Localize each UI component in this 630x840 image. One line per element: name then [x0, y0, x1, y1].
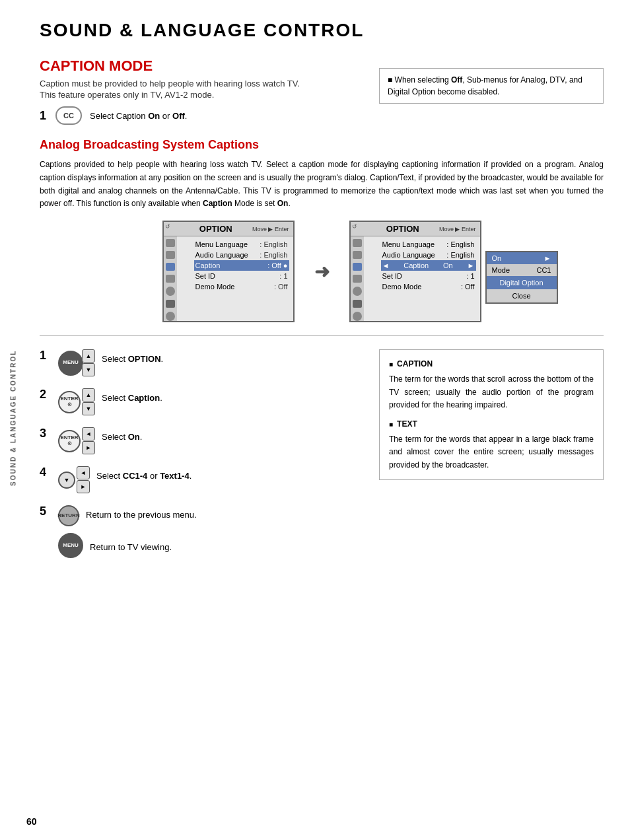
step1-nav: ▲ ▼: [82, 349, 95, 376]
popup-arrow: ►: [544, 254, 551, 262]
left-arrow-4[interactable]: ◄: [77, 466, 90, 479]
menu-left-hint: Move ▶ Enter: [252, 226, 289, 232]
return-button[interactable]: RETURN: [58, 505, 79, 526]
sidebar-icon-4: [166, 275, 175, 283]
enter-button-3[interactable]: ENTER⊙: [58, 430, 81, 452]
r-row2-value: : English: [446, 251, 474, 259]
step-3: 3 ENTER⊙ ◄ ► Select On.: [40, 427, 359, 454]
menus-comparison: ↺ OPTION Move ▶ Enter: [40, 221, 604, 322]
up-arrow-1[interactable]: ▲: [82, 349, 95, 363]
sidebar-icon-6: [166, 300, 175, 308]
menu-top-icon-left: ↺: [165, 223, 170, 230]
row2-label: Audio Language: [195, 251, 248, 259]
menu-left-sidebar: [164, 236, 177, 321]
step-5-text: Return to the previous menu.: [86, 505, 197, 521]
info-box: CAPTION The term for the words that scro…: [379, 349, 604, 480]
right-arrow-4[interactable]: ►: [77, 480, 90, 493]
r-setid-value: : 1: [466, 272, 474, 280]
analog-body-text: Captions provided to help people with he…: [40, 158, 604, 211]
r-sidebar-1: [353, 239, 362, 247]
setid-value: : 1: [279, 272, 287, 280]
step-2-text: Select Caption.: [102, 388, 162, 404]
step-1-buttons: MENU ▲ ▼: [58, 349, 95, 376]
step4-nav: ◄ ►: [77, 466, 90, 493]
page-number: 60: [26, 816, 37, 827]
menu-left-content: Menu Language : English Audio Language :…: [190, 236, 293, 321]
down-arrow-1[interactable]: ▼: [82, 363, 95, 376]
step-3-buttons: ENTER⊙ ◄ ►: [58, 427, 95, 454]
step-4-num: 4: [40, 466, 53, 478]
sidebar-icon-1: [166, 239, 175, 247]
step1-section: 1 CC Select Caption On or Off.: [40, 106, 604, 125]
menu-right-sidebar: [351, 236, 364, 321]
r-sidebar-7: [353, 312, 362, 321]
step-5-extra-text: Return to TV viewing.: [90, 538, 172, 553]
r-row1-value: : English: [446, 240, 474, 248]
popup-on-value: On: [492, 254, 502, 262]
r-caption-arrow-left: ◄: [382, 262, 390, 269]
r-sidebar-4: [353, 275, 362, 283]
step2-nav: ▲ ▼: [82, 388, 95, 415]
step-5-buttons: RETURN: [58, 505, 79, 526]
r-row2-label: Audio Language: [382, 251, 435, 259]
popup-digital-option[interactable]: Digital Option: [487, 276, 557, 289]
menu-left-box: ↺ OPTION Move ▶ Enter: [162, 221, 295, 322]
r-row-2: Audio Language : English: [381, 250, 476, 260]
menu-right-header: OPTION Move ▶ Enter: [351, 222, 480, 236]
r-demo-value: : Off: [461, 283, 475, 291]
r-menu-spacer: [381, 292, 476, 318]
demo-value: : Off: [274, 283, 288, 291]
text-info-title: TEXT: [389, 418, 594, 431]
r-row-1: Menu Language : English: [381, 239, 476, 250]
down-arrow-4[interactable]: ▼: [58, 472, 75, 489]
caption-value: : Off ●: [267, 262, 287, 269]
menu-top-icon-right: ↺: [352, 223, 357, 230]
r-sidebar-3: [353, 263, 362, 271]
step-5: 5 RETURN Return to the previous menu. ME…: [40, 505, 359, 558]
down-arrow-2[interactable]: ▼: [82, 402, 95, 415]
menu-right-box: ↺ OPTION Move ▶ Enter: [349, 221, 481, 322]
menu-left-row-1: Menu Language : English: [194, 239, 289, 250]
left-arrow-3[interactable]: ◄: [82, 427, 95, 440]
step1-btn-group: MENU ▲ ▼: [58, 349, 95, 376]
cc-instruction: Select Caption On or Off.: [90, 111, 187, 121]
r-demo-label: Demo Mode: [382, 283, 422, 291]
r-sidebar-2: [353, 251, 362, 259]
steps-column: 1 MENU ▲ ▼ Select OPTION. 2: [40, 349, 359, 570]
step3-nav: ◄ ►: [82, 427, 95, 454]
menu-right-title: OPTION: [386, 224, 419, 234]
popup-close[interactable]: Close: [487, 289, 557, 302]
r-row1-label: Menu Language: [382, 240, 435, 248]
step4-btn-group: ▼ ◄ ►: [58, 466, 90, 493]
popup-mode-value: CC1: [536, 266, 551, 274]
transition-arrow: ➜: [314, 261, 330, 283]
step-4-buttons: ▼ ◄ ►: [58, 466, 90, 493]
right-arrow-3[interactable]: ►: [82, 441, 95, 454]
enter-button-2[interactable]: ENTER⊙: [58, 391, 81, 413]
main-title: SOUND & LANGUAGE CONTROL: [40, 20, 604, 41]
menu-button-1[interactable]: MENU: [58, 351, 83, 376]
r-sidebar-6: [353, 300, 362, 308]
menu-left-row-demo: Demo Mode : Off: [194, 281, 289, 292]
r-row-caption: ◄ Caption On ►: [381, 260, 476, 271]
r-setid-label: Set ID: [382, 272, 403, 280]
sidebar-icon-3: [166, 263, 175, 271]
menu-left-title: OPTION: [199, 224, 232, 234]
menu-right-body: Menu Language : English Audio Language :…: [351, 236, 480, 321]
caption-info-text: The term for the words that scroll acros…: [389, 373, 594, 411]
section-divider: [40, 335, 604, 336]
menu-left-body: Menu Language : English Audio Language :…: [164, 236, 293, 321]
up-arrow-2[interactable]: ▲: [82, 388, 95, 402]
step-2-num: 2: [40, 388, 53, 400]
row1-value: : English: [260, 240, 287, 248]
cc-button[interactable]: CC: [55, 106, 82, 125]
steps-info-row: 1 MENU ▲ ▼ Select OPTION. 2: [40, 349, 604, 570]
step1-num: 1: [40, 110, 53, 122]
step5-main: 5 RETURN Return to the previous menu.: [40, 505, 197, 526]
popup-mode-row: Mode CC1: [487, 264, 557, 276]
step-3-text: Select On.: [102, 427, 142, 443]
menu-button-5[interactable]: MENU: [58, 533, 83, 558]
r-row-setid: Set ID : 1: [381, 271, 476, 281]
step-5-num: 5: [40, 505, 53, 517]
menu-right-hint: Move ▶ Enter: [439, 226, 476, 232]
